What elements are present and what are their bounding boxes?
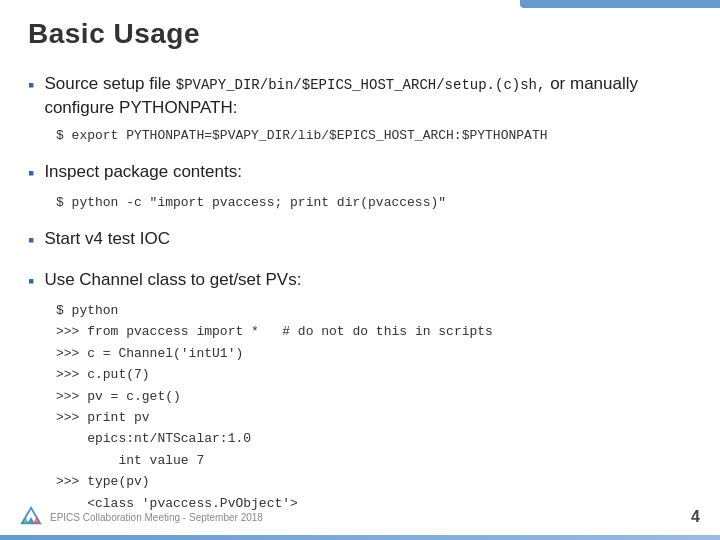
- footer-page-number: 4: [691, 508, 700, 526]
- bullet-section-4: ▪ Use Channel class to get/set PVs: $ py…: [28, 268, 692, 515]
- bullet-text-2: Inspect package contents:: [44, 160, 242, 184]
- bullet-section-1: ▪ Source setup file $PVAPY_DIR/bin/$EPIC…: [28, 72, 692, 146]
- bullet-item-1: ▪ Source setup file $PVAPY_DIR/bin/$EPIC…: [28, 72, 692, 120]
- bullet-icon-1: ▪: [28, 73, 34, 98]
- footer-label: EPICS Collaboration Meeting - September …: [50, 512, 263, 523]
- inline-code-1: $PVAPY_DIR/bin/$EPICS_HOST_ARCH/setup.(c…: [176, 77, 546, 93]
- main-content: Basic Usage ▪ Source setup file $PVAPY_D…: [0, 0, 720, 540]
- bullet-text-4: Use Channel class to get/set PVs:: [44, 268, 301, 292]
- bullet-icon-3: ▪: [28, 228, 34, 253]
- page-title: Basic Usage: [28, 18, 692, 50]
- bullet-section-3: ▪ Start v4 test IOC: [28, 227, 692, 253]
- code-block-1: $ export PYTHONPATH=$PVAPY_DIR/lib/$EPIC…: [56, 126, 692, 147]
- bullet-text-1: Source setup file $PVAPY_DIR/bin/$EPICS_…: [44, 72, 692, 120]
- bullet-item-4: ▪ Use Channel class to get/set PVs:: [28, 268, 692, 294]
- bullet-icon-2: ▪: [28, 161, 34, 186]
- top-accent-bar: [520, 0, 720, 8]
- footer: EPICS Collaboration Meeting - September …: [0, 506, 720, 528]
- highlight-this: this: [376, 324, 407, 339]
- footer-left: EPICS Collaboration Meeting - September …: [20, 506, 263, 528]
- code-block-4: $ python >>> from pvaccess import * # do…: [56, 300, 692, 514]
- bullet-icon-4: ▪: [28, 269, 34, 294]
- bullet-text-3: Start v4 test IOC: [44, 227, 170, 251]
- footer-logo-icon: [20, 506, 42, 528]
- code-block-2: $ python -c "import pvaccess; print dir(…: [56, 193, 692, 214]
- bottom-accent-bar: [0, 535, 720, 540]
- bullet-item-3: ▪ Start v4 test IOC: [28, 227, 692, 253]
- bullet-section-2: ▪ Inspect package contents: $ python -c …: [28, 160, 692, 213]
- bullet-item-2: ▪ Inspect package contents:: [28, 160, 692, 186]
